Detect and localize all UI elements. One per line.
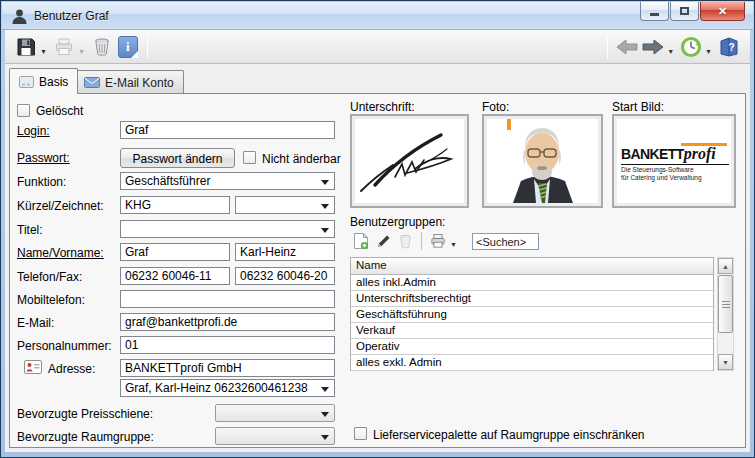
- unterschrift-label: Unterschrift:: [350, 100, 415, 114]
- fax-input[interactable]: [235, 267, 335, 285]
- tabpage-basis: Gelöscht Login: Passwort: Passwort änder…: [9, 93, 746, 448]
- address-card-icon[interactable]: [24, 360, 42, 377]
- titel-label: Titel:: [17, 223, 43, 237]
- logo-drawing: BANKETTprofi Die Steuerungs-Software für…: [617, 119, 731, 203]
- groups-toolbar-separator: [421, 232, 422, 250]
- nicht-aenderbar-label: Nicht änderbar: [262, 152, 341, 166]
- user-icon: [11, 8, 28, 25]
- print-icon: [53, 36, 75, 58]
- history-button[interactable]: [678, 33, 704, 61]
- email-label: E-Mail:: [17, 316, 54, 330]
- delete-group-button[interactable]: [394, 230, 416, 252]
- save-button[interactable]: [13, 33, 39, 61]
- back-button[interactable]: [614, 33, 640, 61]
- envelope-icon: [84, 77, 100, 88]
- adresse-input[interactable]: [120, 359, 335, 377]
- raumgruppe-combobox[interactable]: [215, 427, 335, 445]
- scroll-up-button[interactable]: ▲: [718, 258, 733, 274]
- minimize-button[interactable]: [640, 2, 669, 21]
- forward-dropdown-caret[interactable]: ▼: [667, 48, 674, 55]
- kuerzel-input[interactable]: [120, 196, 230, 214]
- group-row[interactable]: Verkauf: [351, 323, 713, 339]
- group-row[interactable]: alles exkl. Admin: [351, 355, 713, 371]
- personalnummer-label: Personalnummer:: [17, 339, 112, 353]
- portrait-drawing: [487, 119, 598, 203]
- mobiltelefon-input[interactable]: [120, 290, 335, 308]
- telefon-input[interactable]: [120, 267, 230, 285]
- nicht-aenderbar-checkbox[interactable]: [243, 151, 256, 164]
- group-row[interactable]: Unterschriftsberechtigt: [351, 291, 713, 307]
- foto-label: Foto:: [482, 100, 509, 114]
- groups-search-input[interactable]: [472, 233, 539, 250]
- name-vorname-label: Name/Vorname:: [17, 246, 104, 260]
- signature-drawing: [355, 119, 464, 203]
- logo-tagline-1: Die Steuerungs-Software: [621, 166, 729, 174]
- print-button[interactable]: [51, 33, 77, 61]
- titel-combobox[interactable]: [120, 220, 335, 238]
- preisschiene-combobox[interactable]: [215, 404, 335, 422]
- geloescht-label: Gelöscht: [36, 104, 83, 118]
- raumgruppe-label: Bevorzugte Raumgruppe:: [17, 430, 154, 444]
- geloescht-checkbox[interactable]: [17, 104, 30, 117]
- zeichnet-combobox[interactable]: [235, 196, 335, 214]
- groups-table: Name alles inkl.Admin Unterschriftsberec…: [350, 257, 714, 371]
- scroll-down-button[interactable]: ▼: [718, 354, 733, 370]
- titlebar[interactable]: Benutzer Graf ✕: [2, 2, 753, 30]
- save-icon: [15, 36, 37, 58]
- info-button[interactable]: i: [115, 33, 141, 61]
- group-row[interactable]: Operativ: [351, 339, 713, 355]
- groups-toolbar: ▼: [350, 230, 461, 252]
- toolbar-separator: [147, 35, 148, 59]
- email-input[interactable]: [120, 313, 335, 331]
- print-groups-caret[interactable]: ▼: [450, 241, 457, 248]
- edit-group-button[interactable]: [372, 230, 394, 252]
- window-controls: ✕: [639, 2, 745, 21]
- form-icon: [19, 76, 34, 88]
- forward-button[interactable]: [640, 33, 666, 61]
- personalnummer-input[interactable]: [120, 336, 335, 354]
- group-row[interactable]: Geschäftsführung: [351, 307, 713, 323]
- vorname-input[interactable]: [235, 243, 335, 261]
- preisschiene-label: Bevorzugte Preisschiene:: [17, 407, 153, 421]
- print-dropdown-caret[interactable]: ▼: [78, 48, 85, 55]
- trash-icon: [91, 36, 113, 58]
- startbild-image[interactable]: BANKETTprofi Die Steuerungs-Software für…: [612, 114, 736, 208]
- scrollbar-thumb[interactable]: [718, 275, 733, 333]
- minimize-icon: [650, 13, 659, 16]
- foto-image[interactable]: [482, 114, 603, 208]
- info-icon: i: [118, 36, 138, 58]
- unterschrift-image[interactable]: [350, 114, 469, 208]
- client-area: Basis E-Mail Konto Gelöscht Login: Passw…: [5, 64, 750, 452]
- toolbar-separator: [607, 35, 608, 59]
- tab-email-konto[interactable]: E-Mail Konto: [74, 70, 184, 94]
- group-row[interactable]: alles inkl.Admin: [351, 275, 713, 291]
- funktion-combobox[interactable]: Geschäftsführer: [120, 172, 335, 190]
- lieferservice-label: Lieferservicepalette auf Raumgruppe eins…: [373, 428, 645, 442]
- save-dropdown-caret[interactable]: ▼: [40, 48, 47, 55]
- passwort-aendern-button[interactable]: Passwort ändern: [120, 148, 235, 168]
- history-icon: [679, 35, 703, 59]
- login-input[interactable]: [120, 121, 335, 139]
- lieferservice-checkbox[interactable]: [354, 427, 367, 440]
- maximize-icon: [680, 7, 689, 15]
- maximize-button[interactable]: [670, 2, 699, 21]
- help-button[interactable]: ?: [716, 33, 742, 61]
- telefon-fax-label: Telefon/Fax:: [17, 270, 82, 284]
- toolbar-right-group: ▼ ▼ ?: [601, 33, 742, 61]
- groups-column-header[interactable]: Name: [351, 258, 713, 275]
- forward-arrow-icon: [640, 37, 666, 57]
- kuerzel-label: Kürzel/Zeichnet:: [17, 199, 104, 213]
- close-button[interactable]: ✕: [700, 2, 745, 21]
- back-arrow-icon: [614, 37, 640, 57]
- print-groups-button[interactable]: [427, 230, 449, 252]
- passwort-label: Passwort:: [17, 151, 70, 165]
- funktion-label: Funktion:: [17, 175, 66, 189]
- name-input[interactable]: [120, 243, 230, 261]
- delete-button[interactable]: [89, 33, 115, 61]
- main-toolbar: ▼ ▼ i ▼ ▼ ?: [5, 30, 750, 64]
- history-dropdown-caret[interactable]: ▼: [705, 48, 712, 55]
- tab-basis-label: Basis: [39, 75, 68, 89]
- adresse-combobox[interactable]: Graf, Karl-Heinz 06232600461238: [120, 379, 335, 397]
- tab-basis[interactable]: Basis: [9, 68, 78, 94]
- new-group-button[interactable]: [350, 230, 372, 252]
